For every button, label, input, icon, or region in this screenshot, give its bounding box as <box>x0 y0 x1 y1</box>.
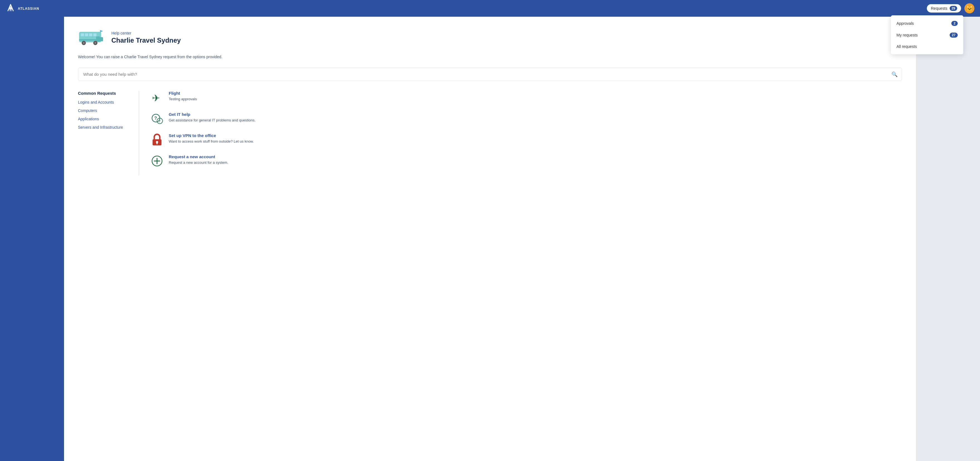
help-center-title: Charlie Travel Sydney <box>111 37 181 44</box>
svg-rect-13 <box>79 39 101 41</box>
svg-rect-4 <box>93 33 97 36</box>
request-item-new-account: Request a new account Request a new acco… <box>150 154 902 167</box>
requests-button[interactable]: Requests 29 <box>927 4 961 13</box>
nav-link-applications[interactable]: Applications <box>78 117 130 121</box>
svg-rect-11 <box>100 30 101 32</box>
requests-dropdown: Approvals 2 My requests 27 All requests <box>891 15 963 54</box>
request-item-vpn: Set up VPN to the office Want to access … <box>150 133 902 147</box>
requests-list: ✈ Flight Testing approvals ? <box>139 91 902 175</box>
main-wrapper: Help center Charlie Travel Sydney Welcom… <box>0 17 980 461</box>
svg-point-9 <box>94 42 96 44</box>
dropdown-item-all-requests[interactable]: All requests <box>891 41 963 52</box>
svg-point-7 <box>83 42 85 44</box>
svg-rect-2 <box>85 33 88 36</box>
it-help-icon: ? ? <box>150 112 164 125</box>
flight-desc: Testing approvals <box>169 97 197 102</box>
left-nav: Common Requests Logins and Accounts Comp… <box>78 91 139 175</box>
vpn-info: Set up VPN to the office Want to access … <box>169 133 254 144</box>
help-header: Help center Charlie Travel Sydney <box>78 28 902 47</box>
new-account-info: Request a new account Request a new acco… <box>169 154 228 165</box>
two-column-layout: Common Requests Logins and Accounts Comp… <box>78 91 902 175</box>
help-center-breadcrumb[interactable]: Help center <box>111 31 181 35</box>
dropdown-item-my-requests[interactable]: My requests 27 <box>891 29 963 41</box>
dropdown-my-requests-badge: 27 <box>950 33 958 38</box>
help-title-group: Help center Charlie Travel Sydney <box>111 31 181 44</box>
vpn-icon <box>150 133 164 147</box>
flight-title[interactable]: Flight <box>169 91 197 96</box>
vpn-desc: Want to access work stuff from outside? … <box>169 139 254 144</box>
atlassian-logo <box>6 3 16 13</box>
header-left: ATLASSIAN <box>6 3 39 13</box>
search-container: 🔍 <box>78 68 902 81</box>
dropdown-my-requests-label: My requests <box>896 33 918 37</box>
svg-rect-1 <box>81 33 84 36</box>
svg-rect-21 <box>156 143 158 144</box>
it-help-title[interactable]: Get IT help <box>169 112 256 117</box>
welcome-text: Welcome! You can raise a Charlie Travel … <box>78 54 902 60</box>
svg-text:?: ? <box>154 116 157 121</box>
it-help-desc: Get assistance for general IT problems a… <box>169 118 256 123</box>
new-account-icon <box>150 154 164 167</box>
nav-link-servers[interactable]: Servers and Infrastructure <box>78 125 130 129</box>
request-item-flight: ✈ Flight Testing approvals <box>150 91 902 104</box>
content-area: Help center Charlie Travel Sydney Welcom… <box>64 17 916 461</box>
svg-rect-10 <box>99 37 103 41</box>
svg-marker-12 <box>101 30 103 32</box>
common-requests-heading: Common Requests <box>78 91 130 96</box>
requests-count-badge: 29 <box>950 6 957 11</box>
sidebar-right <box>916 17 980 461</box>
dropdown-approvals-label: Approvals <box>896 21 914 26</box>
svg-text:✈: ✈ <box>152 93 160 103</box>
svg-rect-3 <box>89 33 92 36</box>
nav-link-computers[interactable]: Computers <box>78 108 130 113</box>
header: ATLASSIAN Requests 29 🐱 Approvals 2 My r… <box>0 0 980 17</box>
bus-illustration <box>78 28 106 47</box>
svg-text:?: ? <box>158 119 161 123</box>
new-account-title[interactable]: Request a new account <box>169 154 228 159</box>
avatar[interactable]: 🐱 <box>964 3 974 13</box>
vpn-title[interactable]: Set up VPN to the office <box>169 133 254 138</box>
atlassian-wordmark: ATLASSIAN <box>18 7 39 11</box>
flight-info: Flight Testing approvals <box>169 91 197 102</box>
request-item-it-help: ? ? Get IT help Get assistance for gener… <box>150 112 902 125</box>
requests-label: Requests <box>931 6 947 11</box>
search-input[interactable] <box>78 68 902 81</box>
new-account-desc: Request a new account for a system. <box>169 160 228 165</box>
sidebar-left-blue <box>0 17 64 461</box>
header-right: Requests 29 🐱 <box>927 3 974 13</box>
it-help-info: Get IT help Get assistance for general I… <box>169 112 256 123</box>
dropdown-item-approvals[interactable]: Approvals 2 <box>891 18 963 29</box>
search-icon: 🔍 <box>891 71 897 77</box>
dropdown-all-requests-label: All requests <box>896 44 917 49</box>
flight-icon: ✈ <box>150 91 164 104</box>
dropdown-approvals-badge: 2 <box>951 21 958 26</box>
nav-link-logins[interactable]: Logins and Accounts <box>78 100 130 104</box>
